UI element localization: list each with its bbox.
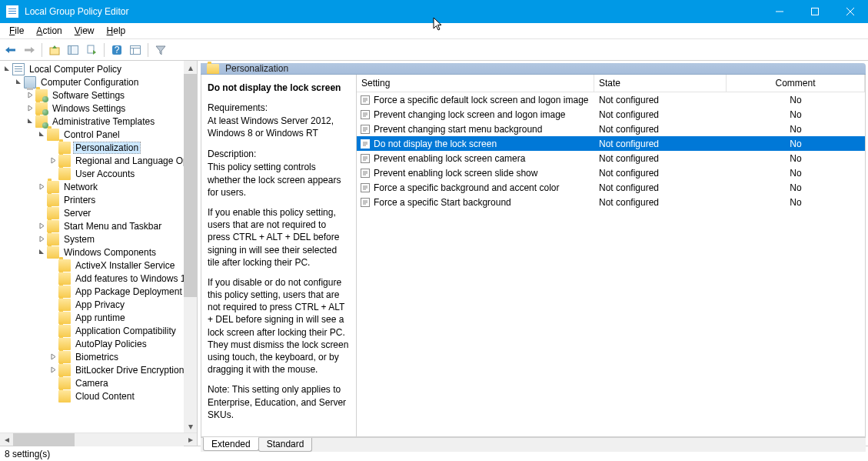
tree-item[interactable]: Windows Components	[0, 246, 197, 259]
tree-twisty-icon[interactable]	[25, 91, 35, 100]
tree-twisty-icon[interactable]	[48, 313, 58, 322]
tree-twisty-icon[interactable]	[37, 182, 46, 192]
tree-twisty-icon[interactable]	[37, 209, 46, 218]
tree-root[interactable]: Local Computer Policy	[0, 62, 197, 75]
tree-twisty-icon[interactable]	[37, 222, 46, 231]
tree-twisty-icon[interactable]	[48, 352, 58, 362]
tree-item-label: ActiveX Installer Service	[73, 259, 177, 272]
tree-vertical-scrollbar[interactable]: ▴ ▾	[184, 61, 197, 433]
tree-item[interactable]: Windows Settings	[0, 102, 197, 115]
scroll-left-icon[interactable]: ◂	[0, 433, 13, 446]
column-state[interactable]: State	[594, 75, 727, 92]
tree-twisty-icon[interactable]	[37, 248, 46, 257]
list-row[interactable]: Do not display the lock screenNot config…	[357, 136, 865, 151]
up-button[interactable]	[46, 42, 63, 58]
forward-button[interactable]	[21, 42, 38, 58]
list-row[interactable]: Prevent enabling lock screen cameraNot c…	[357, 151, 865, 165]
tree-item[interactable]: Application Compatibility	[0, 324, 197, 337]
tree-twisty-icon[interactable]	[48, 379, 58, 388]
svg-rect-12	[131, 45, 141, 54]
tree-item[interactable]: App Privacy	[0, 298, 197, 311]
tree-horizontal-scrollbar[interactable]: ◂ ▸	[0, 433, 197, 446]
tree-item[interactable]: User Accounts	[0, 167, 197, 180]
tree-item[interactable]: Personalization	[0, 141, 197, 154]
filter-button[interactable]	[152, 42, 169, 58]
tree-item[interactable]: App Package Deployment	[0, 285, 197, 298]
tree-twisty-icon[interactable]	[48, 366, 58, 375]
scroll-down-icon[interactable]: ▾	[184, 419, 197, 433]
tree-item[interactable]: Software Settings	[0, 89, 197, 102]
scrollbar-thumb[interactable]	[184, 74, 197, 297]
tree-twisty-icon[interactable]	[48, 300, 58, 309]
minimize-button[interactable]	[762, 0, 797, 23]
tree-twisty-icon[interactable]	[48, 392, 58, 401]
tree-item-label: Server	[62, 207, 93, 219]
tree-item[interactable]: Add features to Windows 10	[0, 272, 197, 285]
tree-item[interactable]: Computer Configuration	[0, 75, 197, 89]
tree-item[interactable]: AutoPlay Policies	[0, 337, 197, 350]
tree-scroll[interactable]: Local Computer PolicyComputer Configurat…	[0, 61, 197, 433]
tree-item[interactable]: Printers	[0, 193, 197, 206]
tree-twisty-icon[interactable]	[48, 143, 58, 152]
menu-view[interactable]: View	[68, 24, 101, 38]
svg-rect-5	[25, 48, 32, 51]
tree-item[interactable]: Server	[0, 206, 197, 219]
setting-state: Not configured	[594, 124, 727, 135]
list-body[interactable]: Force a specific default lock screen and…	[357, 92, 865, 436]
tree-twisty-icon[interactable]	[25, 104, 35, 113]
export-button[interactable]	[83, 42, 100, 58]
tree-twisty-icon[interactable]	[14, 78, 23, 87]
tree-twisty-icon[interactable]	[48, 326, 58, 336]
list-row[interactable]: Force a specific default lock screen and…	[357, 92, 865, 107]
tree-twisty-icon[interactable]	[48, 169, 58, 179]
show-hide-tree-button[interactable]	[65, 42, 81, 58]
back-button[interactable]	[2, 42, 19, 58]
tree-item[interactable]: Biometrics	[0, 350, 197, 363]
setting-icon	[360, 95, 371, 105]
tree-item[interactable]: Regional and Language Options	[0, 154, 197, 167]
menu-action[interactable]: Action	[30, 24, 68, 38]
tree-pane: Local Computer PolicyComputer Configurat…	[0, 61, 198, 446]
tree-item[interactable]: Cloud Content	[0, 389, 197, 403]
tree-twisty-icon[interactable]	[48, 261, 58, 270]
setting-comment: No	[727, 168, 865, 179]
column-setting[interactable]: Setting	[357, 75, 594, 92]
tree-twisty-icon[interactable]	[25, 117, 35, 126]
tree-twisty-icon[interactable]	[37, 130, 46, 139]
svg-rect-9	[88, 45, 94, 53]
tree-twisty-icon[interactable]	[48, 274, 58, 283]
tree-twisty-icon[interactable]	[48, 156, 58, 165]
tree-twisty-icon[interactable]	[37, 195, 46, 205]
scroll-up-icon[interactable]: ▴	[184, 61, 197, 74]
tree-item[interactable]: Network	[0, 180, 197, 193]
scroll-right-icon[interactable]: ▸	[184, 433, 197, 446]
tree-twisty-icon[interactable]	[2, 65, 12, 74]
tree-item[interactable]: System	[0, 232, 197, 246]
help-button[interactable]: ?	[108, 42, 125, 58]
list-row[interactable]: Force a specific Start backgroundNot con…	[357, 195, 865, 209]
settings-list: Setting State Comment Force a specific d…	[357, 75, 865, 436]
list-row[interactable]: Prevent enabling lock screen slide showN…	[357, 165, 865, 180]
tree-item[interactable]: App runtime	[0, 311, 197, 324]
list-row[interactable]: Prevent changing start menu backgroundNo…	[357, 122, 865, 136]
tree-item[interactable]: Camera	[0, 376, 197, 389]
scrollbar-thumb-h[interactable]	[13, 433, 75, 446]
properties-button[interactable]	[127, 42, 144, 58]
tree-twisty-icon[interactable]	[37, 235, 46, 244]
menu-help[interactable]: Help	[101, 24, 132, 38]
tree-twisty-icon[interactable]	[48, 339, 58, 349]
list-row[interactable]: Prevent changing lock screen and logon i…	[357, 107, 865, 122]
tab-extended[interactable]: Extended	[203, 437, 259, 451]
tree-item[interactable]: Administrative Templates	[0, 115, 197, 128]
tree-item[interactable]: ActiveX Installer Service	[0, 259, 197, 272]
tab-standard[interactable]: Standard	[258, 438, 313, 452]
maximize-button[interactable]	[797, 0, 833, 23]
tree-item[interactable]: Control Panel	[0, 128, 197, 141]
close-button[interactable]	[833, 0, 868, 23]
tree-item[interactable]: BitLocker Drive Encryption	[0, 363, 197, 376]
tree-item[interactable]: Start Menu and Taskbar	[0, 219, 197, 232]
tree-twisty-icon[interactable]	[48, 287, 58, 296]
list-row[interactable]: Force a specific background and accent c…	[357, 180, 865, 195]
menu-file[interactable]: File	[3, 24, 30, 38]
column-comment[interactable]: Comment	[727, 75, 865, 92]
